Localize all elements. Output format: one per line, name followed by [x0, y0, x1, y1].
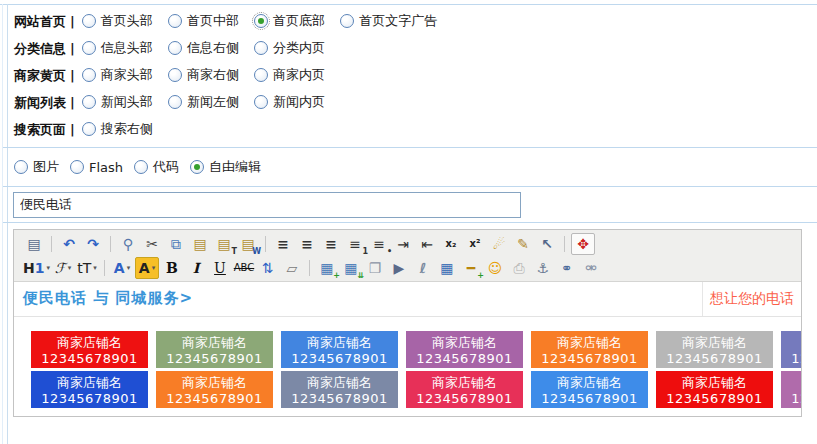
radio-option-首页中部[interactable]: 首页中部 — [168, 12, 239, 30]
paste-icon[interactable]: ▤ — [189, 234, 211, 254]
heading-dropdown[interactable]: H1▾ — [23, 258, 50, 278]
radio-option-新闻左侧[interactable]: 新闻左侧 — [168, 93, 239, 111]
radio-option-label: 商家头部 — [101, 66, 153, 84]
radio-option-商家头部[interactable]: 商家头部 — [82, 66, 153, 84]
shop-block-phone: 12345678901 — [281, 392, 398, 405]
unlink-icon[interactable]: ⚮ — [580, 258, 602, 278]
radio-option-首页头部[interactable]: 首页头部 — [82, 12, 153, 30]
editor-content-area[interactable]: 便民电话 与 同城服务> 想让您的电话 商家店铺名12345678901商家店铺… — [14, 282, 801, 415]
indent-icon[interactable]: ⇥ — [392, 234, 414, 254]
shop-block: 商家店铺名12345678901 — [531, 371, 648, 408]
radio-icon[interactable] — [168, 68, 182, 82]
outdent-icon[interactable]: ⇤ — [416, 234, 438, 254]
italic-icon[interactable]: I — [185, 258, 207, 278]
superscript-icon[interactable]: x² — [464, 234, 486, 254]
underline-icon[interactable]: U — [209, 258, 231, 278]
toolbar-separator — [110, 236, 111, 252]
save-icon[interactable]: ⎙ — [508, 258, 530, 278]
radio-option-label: Flash — [89, 160, 123, 175]
unordered-list-icon[interactable]: ≡• — [368, 234, 390, 254]
emoticon-icon[interactable]: ☺ — [484, 258, 506, 278]
align-center-icon[interactable]: ≡ — [296, 234, 318, 254]
radio-icon[interactable] — [168, 14, 182, 28]
radio-icon[interactable] — [190, 160, 204, 174]
radio-icon[interactable] — [82, 41, 96, 55]
radio-option-商家内页[interactable]: 商家内页 — [254, 66, 325, 84]
radio-option-自由编辑[interactable]: 自由编辑 — [190, 158, 261, 176]
radio-icon[interactable] — [14, 160, 28, 174]
insert-image-icon[interactable]: ▦+ — [316, 258, 338, 278]
shop-blocks: 商家店铺名12345678901商家店铺名12345678901商家店铺名123… — [31, 331, 801, 408]
radio-icon[interactable] — [254, 68, 268, 82]
font-family-dropdown[interactable]: ℱ▾ — [52, 258, 74, 278]
radio-option-首页底部[interactable]: 首页底部 — [254, 12, 325, 30]
radio-option-代码[interactable]: 代码 — [134, 158, 179, 176]
paste-word-icon[interactable]: ▤W — [237, 234, 259, 254]
font-size-dropdown[interactable]: tT▾ — [76, 258, 98, 278]
radio-icon[interactable] — [82, 122, 96, 136]
radio-option-首页文字广告[interactable]: 首页文字广告 — [340, 12, 437, 30]
clean-format-icon[interactable]: ☄ — [488, 234, 510, 254]
radio-icon[interactable] — [82, 14, 96, 28]
radio-icon[interactable] — [254, 95, 268, 109]
ordered-list-icon[interactable]: ≡1 — [344, 234, 366, 254]
radio-icon[interactable] — [70, 160, 84, 174]
radio-option-分类内页[interactable]: 分类内页 — [254, 39, 325, 57]
align-right-icon[interactable]: ≡ — [320, 234, 342, 254]
toolbar-row-2: H1▾ℱ▾tT▾A▾A▾BIUABC⇅▱▦+▦⇊❐▶ℓ▦━+☺⎙⚓⚭⚮ — [17, 256, 798, 280]
attachment-icon[interactable]: ℓ — [412, 258, 434, 278]
radio-option-新闻内页[interactable]: 新闻内页 — [254, 93, 325, 111]
copy-icon[interactable]: ⧉ — [165, 234, 187, 254]
radio-option-label: 新闻头部 — [101, 93, 153, 111]
radio-icon[interactable] — [340, 14, 354, 28]
redo-icon[interactable]: ↷ — [82, 234, 104, 254]
horizontal-rule-icon[interactable]: ━+ — [460, 258, 482, 278]
link-icon[interactable]: ⚭ — [556, 258, 578, 278]
radio-icon[interactable] — [254, 14, 268, 28]
strikethrough-icon[interactable]: ABC — [233, 258, 255, 278]
title-input[interactable] — [13, 192, 521, 218]
page-edit-icon[interactable]: ❐ — [364, 258, 386, 278]
radio-icon[interactable] — [82, 68, 96, 82]
text-color-dropdown[interactable]: A▾ — [111, 258, 133, 278]
label-separator: | — [70, 95, 75, 110]
fullscreen-icon[interactable]: ✥ — [571, 233, 595, 255]
radio-icon[interactable] — [134, 160, 148, 174]
radio-option-信息头部[interactable]: 信息头部 — [82, 39, 153, 57]
line-spacing-icon[interactable]: ⇅ — [257, 258, 279, 278]
insert-video-icon[interactable]: ▶ — [388, 258, 410, 278]
region-selector: 网站首页 | 首页头部 首页中部 首页底部 首页文字广告 分类信息 | 信息头部… — [14, 8, 448, 143]
bold-icon[interactable]: B — [161, 258, 183, 278]
subscript-icon[interactable]: x₂ — [440, 234, 462, 254]
radio-option-搜索右侧[interactable]: 搜索右侧 — [82, 120, 153, 138]
radio-icon[interactable] — [168, 95, 182, 109]
anchor-icon[interactable]: ⚓ — [532, 258, 554, 278]
eraser-icon[interactable]: ▱ — [281, 258, 303, 278]
paste-text-icon[interactable]: ▤T — [213, 234, 235, 254]
align-left-icon[interactable]: ≡ — [272, 234, 294, 254]
content-type-selector: 图片 Flash 代码 自由编辑 — [14, 153, 272, 181]
cut-icon[interactable]: ✂ — [141, 234, 163, 254]
undo-icon[interactable]: ↶ — [58, 234, 80, 254]
radio-icon[interactable] — [168, 41, 182, 55]
preview-icon[interactable]: ⚲ — [117, 234, 139, 254]
table-cell-divider — [702, 282, 703, 316]
highlight-color-dropdown[interactable]: A▾ — [135, 257, 159, 279]
region-row-options: 搜索右侧 — [82, 120, 164, 139]
radio-icon[interactable] — [254, 41, 268, 55]
upload-image-icon[interactable]: ▦⇊ — [340, 258, 362, 278]
radio-icon[interactable] — [82, 95, 96, 109]
radio-option-label: 首页底部 — [273, 12, 325, 30]
radio-option-Flash[interactable]: Flash — [70, 160, 123, 175]
radio-option-新闻头部[interactable]: 新闻头部 — [82, 93, 153, 111]
insert-table-icon[interactable]: ▦ — [436, 258, 458, 278]
radio-option-label: 自由编辑 — [209, 158, 261, 176]
radio-option-商家右侧[interactable]: 商家右侧 — [168, 66, 239, 84]
region-row: 搜索页面 | 搜索右侧 — [14, 116, 448, 143]
radio-option-信息右侧[interactable]: 信息右侧 — [168, 39, 239, 57]
radio-option-图片[interactable]: 图片 — [14, 158, 59, 176]
new-document-icon[interactable]: ✎ — [512, 234, 534, 254]
region-row-label: 搜索页面 — [14, 121, 66, 139]
source-clipboard-icon[interactable]: ▤ — [23, 234, 45, 254]
select-all-icon[interactable]: ↖ — [536, 234, 558, 254]
